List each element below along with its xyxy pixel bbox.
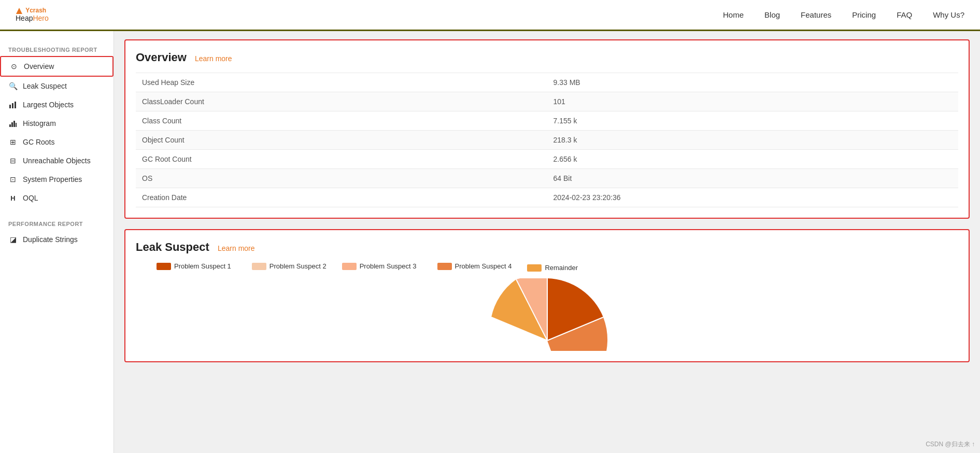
watermark: CSDN @归去来 ↑ — [926, 440, 975, 449]
performance-section-title: PERFORMANCE REPORT — [0, 216, 113, 230]
overview-row-key: Object Count — [136, 131, 547, 150]
nav-whyus[interactable]: Why Us? — [933, 10, 964, 19]
overview-row-key: Used Heap Size — [136, 73, 547, 92]
svg-rect-7 — [16, 123, 17, 127]
logo: Ycrash HeapHero — [16, 7, 49, 22]
svg-rect-2 — [12, 103, 13, 108]
svg-rect-3 — [15, 102, 16, 108]
svg-rect-5 — [11, 122, 13, 127]
sidebar-item-system-properties[interactable]: ⊡ System Properties — [0, 170, 113, 189]
svg-marker-0 — [16, 8, 22, 14]
overview-row-key: OS — [136, 169, 547, 188]
system-properties-icon: ⊡ — [8, 175, 18, 184]
legend-color — [157, 263, 171, 270]
logo-ycrash: Ycrash — [16, 7, 49, 15]
overview-row-value: 64 Bit — [547, 169, 959, 188]
duplicate-strings-icon: ◪ — [8, 235, 18, 244]
legend-color — [252, 263, 266, 270]
legend-item: Problem Suspect 3 — [342, 262, 417, 270]
nav-pricing[interactable]: Pricing — [852, 10, 876, 19]
legend-label: Problem Suspect 1 — [174, 262, 231, 270]
leak-suspect-learn-more[interactable]: Learn more — [218, 244, 255, 252]
gc-roots-icon: ⊞ — [8, 137, 18, 147]
overview-title: Overview Learn more — [136, 51, 958, 64]
overview-row-value: 9.33 MB — [547, 73, 959, 92]
overview-row-value: 2024-02-23 23:20:36 — [547, 188, 959, 207]
nav-features[interactable]: Features — [801, 10, 831, 19]
overview-row-key: Class Count — [136, 111, 547, 131]
svg-rect-6 — [13, 121, 15, 127]
overview-icon: ⊙ — [9, 62, 19, 71]
sidebar-item-gc-roots[interactable]: ⊞ GC Roots — [0, 133, 113, 151]
troubleshooting-section-title: TROUBLESHOOTING REPORT — [0, 41, 113, 56]
svg-rect-4 — [9, 124, 11, 127]
pie-chart-area — [136, 278, 958, 351]
sidebar-item-histogram[interactable]: Histogram — [0, 114, 113, 133]
legend-item: Problem Suspect 2 — [252, 262, 326, 270]
legend-label: Problem Suspect 2 — [269, 262, 326, 270]
overview-row-value: 101 — [547, 92, 959, 111]
overview-table: Used Heap Size9.33 MBClassLoader Count10… — [136, 73, 958, 207]
sidebar-item-leak-suspect[interactable]: 🔍 Leak Suspect — [0, 77, 113, 95]
legend-item: Problem Suspect 4 — [437, 262, 512, 270]
main-layout: TROUBLESHOOTING REPORT ⊙ Overview 🔍 Leak… — [0, 31, 980, 453]
oql-icon: H — [8, 193, 18, 203]
overview-learn-more[interactable]: Learn more — [195, 54, 232, 63]
nav-faq[interactable]: FAQ — [897, 10, 912, 19]
legend-label: Problem Suspect 3 — [360, 262, 417, 270]
logo-heaphero: HeapHero — [16, 15, 49, 22]
legend-item: Problem Suspect 1 — [157, 262, 231, 270]
overview-row-value: 218.3 k — [547, 131, 959, 150]
legend-color — [527, 264, 542, 272]
sidebar-item-oql[interactable]: H OQL — [0, 189, 113, 207]
histogram-icon — [8, 119, 18, 128]
sidebar: TROUBLESHOOTING REPORT ⊙ Overview 🔍 Leak… — [0, 31, 114, 453]
legend-color — [437, 263, 452, 270]
largest-objects-icon — [8, 100, 18, 109]
leak-suspect-card: Leak Suspect Learn more Problem Suspect … — [124, 229, 970, 362]
overview-card: Overview Learn more Used Heap Size9.33 M… — [124, 39, 970, 219]
legend-item: Remainder — [527, 262, 578, 273]
top-navigation: Home Blog Features Pricing FAQ Why Us? — [723, 10, 964, 19]
overview-row-value: 2.656 k — [547, 150, 959, 169]
overview-row-key: Creation Date — [136, 188, 547, 207]
legend-label: Remainder — [545, 264, 578, 272]
sidebar-item-duplicate-strings[interactable]: ◪ Duplicate Strings — [0, 230, 113, 249]
sidebar-item-overview[interactable]: ⊙ Overview — [0, 56, 113, 77]
svg-rect-1 — [9, 105, 11, 108]
legend-container: Problem Suspect 1Problem Suspect 2Proble… — [136, 262, 958, 273]
leak-suspect-title: Leak Suspect Learn more — [136, 240, 958, 254]
overview-row-key: GC Root Count — [136, 150, 547, 169]
ycrash-icon — [16, 7, 23, 15]
overview-row-key: ClassLoader Count — [136, 92, 547, 111]
unreachable-objects-icon: ⊟ — [8, 156, 18, 165]
legend-label: Problem Suspect 4 — [455, 262, 512, 270]
nav-home[interactable]: Home — [723, 10, 744, 19]
sidebar-item-largest-objects[interactable]: Largest Objects — [0, 95, 113, 114]
legend-color — [342, 263, 357, 270]
nav-blog[interactable]: Blog — [764, 10, 780, 19]
pie-chart — [464, 278, 630, 351]
topbar: Ycrash HeapHero Home Blog Features Prici… — [0, 0, 980, 31]
main-content: Overview Learn more Used Heap Size9.33 M… — [114, 31, 980, 453]
overview-row-value: 7.155 k — [547, 111, 959, 131]
leak-suspect-icon: 🔍 — [8, 81, 18, 91]
sidebar-item-unreachable-objects[interactable]: ⊟ Unreachable Objects — [0, 151, 113, 170]
